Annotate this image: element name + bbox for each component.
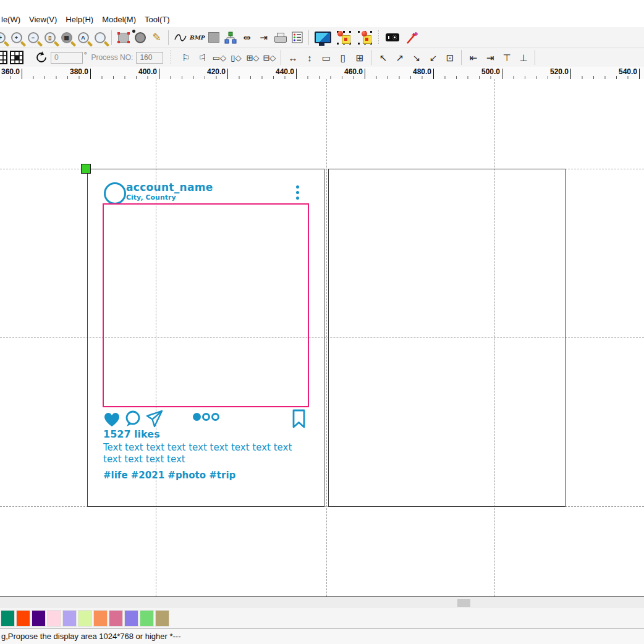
toolbar-separator [171,50,171,65]
ruler-unit-label: 380.0 [56,67,88,76]
zoom-data-icon[interactable]: ▦ [58,30,75,46]
photo-frame-rect[interactable] [103,203,309,407]
design-canvas[interactable]: account_name City, Country 1527 likes Te… [0,79,644,596]
toolbar-separator [111,30,112,45]
array-grid-icon[interactable] [7,49,26,66]
zoom-out-icon[interactable]: − [25,30,41,46]
mirror-a-icon[interactable]: ⚐ [177,49,194,66]
print-icon[interactable] [272,30,289,46]
artboard-right[interactable] [328,169,566,507]
corner-top-left-icon[interactable]: ↖ [375,49,391,66]
palette-swatch[interactable] [124,610,138,627]
bar-v-icon[interactable]: ▯ [334,49,351,66]
node-tree-icon[interactable] [222,30,239,46]
palette-swatch[interactable] [1,610,15,627]
color-palette [0,608,644,629]
push-top-icon[interactable]: ⊤ [498,49,515,66]
share-icon[interactable] [145,410,164,428]
palette-swatch[interactable] [109,610,123,627]
laser-camera-icon[interactable] [382,30,403,46]
avatar-circle[interactable] [104,182,126,205]
bar-h-icon[interactable]: ▭ [318,49,334,66]
squeeze-h-icon[interactable]: ↔ [284,49,301,66]
caption-text[interactable]: Text text text text text text text text … [103,442,292,465]
bookmark-icon[interactable] [292,409,307,429]
application-window: le(W) View(V) Help(H) Model(M) Tool(T) ✛… [0,0,644,644]
pan-zoom-icon[interactable]: ✛ [0,30,8,46]
account-name-text[interactable]: account_name [126,181,213,193]
selection-origin-handle[interactable] [81,164,91,174]
mirror-b-icon[interactable]: ⚐ [194,49,211,66]
ruler-unit-label: 500.0 [468,67,500,76]
push-left-icon[interactable]: ⇤ [465,49,481,66]
palette-swatch[interactable] [140,610,154,627]
likes-text[interactable]: 1527 likes [103,428,160,440]
output-list-icon[interactable] [289,30,305,46]
bitmap-icon[interactable]: BMP [189,30,205,46]
zoom-in-icon[interactable]: + [8,30,25,46]
edit-toolbar: ° Process NO: ⚐ ⚐ ▭◇ ▯◇ ⊞◇ ⊟◇ ↔ ↕ ▭ ▯ ⊞ … [0,48,644,67]
curve-icon[interactable] [172,30,189,46]
palette-swatch[interactable] [93,610,108,627]
palette-swatch[interactable] [16,610,30,627]
size-c-icon[interactable]: ⊞◇ [244,49,261,66]
rotate-angle-input[interactable] [51,52,83,64]
menu-view[interactable]: View(V) [25,13,61,26]
node-edit-icon[interactable] [132,30,148,46]
zoom-page-icon[interactable]: ▯ [41,30,58,46]
palette-swatch[interactable] [78,610,92,627]
palette-swatch[interactable] [32,610,46,627]
palette-swatch[interactable] [47,610,61,627]
ruler-major-tick [227,69,228,79]
ruler: 360.0380.0400.0420.0440.0460.0480.0500.0… [0,67,644,80]
rotate-icon[interactable] [33,49,49,66]
push-bottom-icon[interactable]: ⊥ [515,49,532,66]
more-options-icon[interactable] [296,185,299,200]
menu-model[interactable]: Model(M) [98,13,140,26]
distribute-h-icon[interactable]: ⇹ [239,30,255,46]
corner-top-right-icon[interactable]: ↗ [391,49,408,66]
ruler-unit-label: 540.0 [605,67,637,76]
size-b-icon[interactable]: ▯◇ [227,49,244,66]
ruler-unit-label: 420.0 [193,67,226,76]
location-text[interactable]: City, Country [126,193,176,201]
palette-swatch[interactable] [62,610,77,627]
menu-handle[interactable]: le(W) [0,13,25,26]
hashtags-text[interactable]: #life #2021 #photo #trip [103,470,235,481]
grid-center-icon[interactable]: ⊞ [351,49,368,66]
menu-help[interactable]: Help(H) [61,13,98,26]
size-a-icon[interactable]: ▭◇ [211,49,227,66]
scrollbar-thumb[interactable] [457,599,470,607]
preview-monitor-icon[interactable] [312,30,333,46]
center-icon[interactable]: ⊡ [441,49,458,66]
pen-draw-icon[interactable]: ✎ [148,30,165,46]
degree-symbol: ° [84,51,87,58]
simulate-output-icon[interactable] [354,30,375,46]
align-flag-icon[interactable]: ⇥ [255,30,272,46]
caption-line: text text text text [103,454,292,465]
corner-bottom-right-icon[interactable]: ↘ [408,49,425,66]
zoom-pick-icon[interactable] [91,30,108,46]
simulate-icon[interactable] [333,30,354,46]
toolbar-separator [371,50,371,65]
squeeze-v-icon[interactable]: ↕ [301,49,318,66]
size-d-icon[interactable]: ⊟◇ [261,49,278,66]
ruler-major-tick [570,69,571,79]
heart-icon[interactable] [103,410,121,428]
process-no-input[interactable] [136,52,163,64]
menu-tool[interactable]: Tool(T) [140,13,174,26]
toolbar-separator [461,50,462,65]
ruler-major-tick [159,69,159,79]
laser-pointer-icon[interactable] [403,30,420,46]
zoom-area-icon[interactable]: A [75,30,91,46]
horizontal-scrollbar[interactable] [0,596,644,609]
corner-bottom-left-icon[interactable]: ↙ [425,49,441,66]
array-cut-icon[interactable] [0,49,7,66]
palette-swatch[interactable] [155,610,169,627]
push-right-icon[interactable]: ⇥ [481,49,498,66]
main-toolbar: ✛ + − ▯ ▦ A ✎ BMP ⇹ ⇥ [0,27,644,48]
comment-icon[interactable] [124,410,143,428]
rect-select-icon[interactable] [115,30,132,46]
ruler-major-tick [433,69,434,79]
fill-square-icon[interactable] [205,30,222,46]
